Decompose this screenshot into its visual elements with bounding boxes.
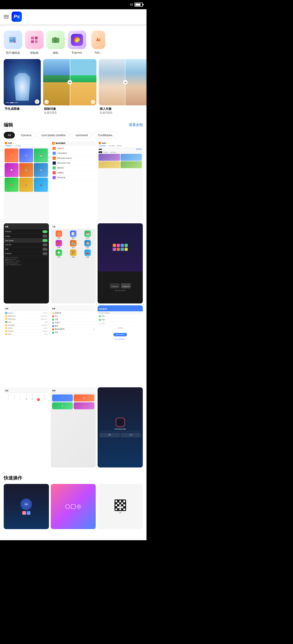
screenshot-4[interactable]: 设置 黑暗模式 Widget Auto Speak 改变语言: [4, 223, 49, 304]
feature-card-insert-object[interactable]: ⇔ ✨ 插入对象 生成式填充: [99, 59, 147, 114]
adobe-label: Ado...: [95, 51, 102, 54]
screenshot-grid: 生成式 ⚡ 生成式艺术 文字生成图像 🎨 ✏️ 📅 💬 🏪 🏠 🎯 🏨 🚗: [0, 141, 147, 471]
filter-tab-baidu[interactable]: com.baidu.tzeditor: [37, 132, 70, 138]
edit-section-title: 编辑: [4, 122, 13, 128]
hamburger-menu[interactable]: [4, 15, 9, 18]
svg-rect-1: [10, 38, 15, 42]
screenshot-1[interactable]: 生成式 ⚡ 生成式艺术 文字生成图像 🎨 ✏️ 📅 💬 🏪 🏠 🎯 🏨 🚗: [4, 141, 49, 222]
svg-rect-6: [31, 40, 34, 43]
photos-editor-icon: [4, 30, 22, 49]
insert-object-labels: 插入对象 生成式填充: [99, 106, 147, 114]
filter-tabs: All Camera com.baidu.tzeditor comment Co…: [0, 130, 147, 141]
quick-actions-title: 快速操作: [4, 475, 143, 481]
view-all-link[interactable]: 查看全部: [129, 123, 143, 127]
express-label: Express: [72, 51, 82, 54]
quick-action-qr: QR: [98, 484, 143, 529]
battery-icon: [134, 2, 143, 7]
app-item-camera[interactable]: 相机: [46, 30, 65, 55]
feature-card-remove-object[interactable]: ⇔ ✨ ✨ 移除对象 生成式填充: [43, 59, 96, 114]
adobe-firefly-badge: 134 Adobe Firefly: [115, 428, 126, 430]
screenshot-2[interactable]: A 版本应用程序 生成式🔥 共享应用程序 E: [51, 141, 96, 222]
filter-tab-coolmarke[interactable]: CoolMarke...: [94, 132, 119, 138]
collage-label: 拼贴画: [30, 51, 39, 55]
collage-icon: [25, 30, 44, 49]
filter-tab-comment[interactable]: comment: [72, 132, 92, 138]
app-item-collage[interactable]: 拼贴画: [25, 30, 44, 55]
screenshot-8[interactable]: 任务 标题任务 关注: [51, 305, 96, 386]
svg-text:A: A: [76, 38, 78, 42]
auto-speak-label: Auto Speak: [5, 240, 14, 242]
svg-rect-7: [35, 40, 38, 43]
svg-point-11: [55, 40, 57, 41]
quick-action-3[interactable]: QR: [98, 484, 143, 529]
screenshot-3[interactable]: 生成式 ⚡ 生成式艺术 文字生成图像 移除对象 编辑 查看全部 All Came…: [98, 141, 143, 222]
feature-card-ai-generate[interactable]: ✨ 字生成图像: [4, 59, 41, 114]
bottom-padding: [0, 531, 147, 540]
screenshot-7[interactable]: 文件 Android Android Applications Appl: [4, 305, 49, 386]
divider-1: [0, 24, 147, 26]
status-bar: 92: [0, 0, 147, 9]
screenshot-12[interactable]: ✦ 134 Adobe Firefly 图像 矢量: [98, 387, 143, 468]
svg-rect-4: [31, 36, 34, 40]
screenshot-10[interactable]: 日历 日 一 二 三 四 五 六 12 13 14 15 16: [4, 387, 49, 468]
quick-actions-grid: Jan: [4, 484, 143, 529]
feature-cards-row: ✨ 字生成图像 ⇔ ✨: [0, 57, 147, 118]
express-icon: A: [68, 30, 86, 49]
ai-generate-label: 字生成图像: [4, 106, 41, 111]
camera-icon: [46, 30, 65, 49]
svg-point-2: [11, 38, 12, 40]
ai-icon-overlay: ✨: [35, 100, 39, 104]
battery-fill: [135, 4, 140, 6]
quick-action-january: Jan: [4, 484, 49, 529]
battery-text: 92: [130, 3, 133, 6]
edit-section-header: 编辑 查看全部: [0, 118, 147, 130]
screenshot-9[interactable]: 已完成任务 每日任务完成情况 任务1 任务2 任务3 无法预见: [98, 305, 143, 386]
svg-point-13: [58, 38, 58, 39]
camera-label: 相机: [53, 51, 58, 55]
svg-rect-12: [54, 37, 56, 38]
screenshot-11[interactable]: 应用 ✓ ⊕ ★ ♪: [51, 387, 96, 468]
filter-tab-camera[interactable]: Camera: [17, 132, 35, 138]
quick-action-1[interactable]: Jan: [4, 484, 49, 529]
svg-rect-5: [35, 36, 38, 40]
app-item-photos-editor[interactable]: 照片编辑器: [4, 30, 22, 55]
top-bar: Ps: [0, 9, 147, 24]
photos-editor-label: 照片编辑器: [6, 51, 20, 55]
adobe-partial-icon: Ai: [91, 30, 105, 49]
app-item-adobe[interactable]: Ai Ado...: [89, 30, 108, 55]
screenshot-6[interactable]: 已完成任务 持续磁任务 每日任务完成情况: [98, 223, 143, 304]
ps-app-icon[interactable]: Ps: [12, 12, 22, 22]
remove-object-labels: 移除对象 生成式填充: [43, 106, 96, 114]
quick-actions-section: 快速操作 Jan: [0, 471, 147, 531]
filter-tab-all[interactable]: All: [4, 132, 15, 138]
quick-action-2[interactable]: [51, 484, 96, 529]
app-item-express[interactable]: A Express: [68, 30, 86, 55]
screenshot-5[interactable]: 工具 🎨 对话 📝 数字 📅 日历 🍎 苹果: [51, 223, 96, 304]
app-icons-row: 照片编辑器 拼贴画 相机: [0, 26, 147, 57]
